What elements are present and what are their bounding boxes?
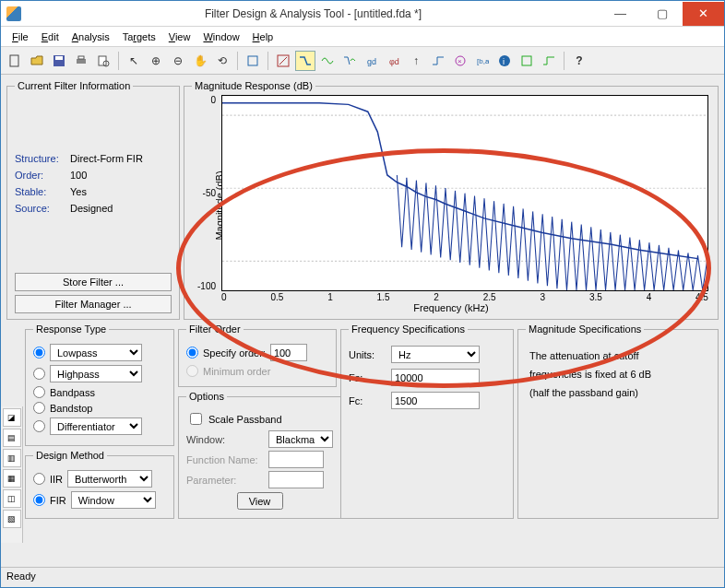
view-button[interactable]: View — [237, 492, 283, 510]
menu-targets[interactable]: Targets — [117, 29, 161, 44]
side-icon-3[interactable]: ▥ — [3, 449, 21, 467]
phase-delay-icon[interactable]: φd — [384, 51, 404, 71]
group-delay-icon[interactable]: gd — [362, 51, 382, 71]
plot-yticks: 0 -50 -100 — [197, 95, 216, 291]
order-label: Order: — [15, 170, 70, 181]
window-title: Filter Design & Analysis Tool - [untitle… — [27, 7, 600, 20]
side-icon-2[interactable]: ▤ — [3, 429, 21, 447]
scale-passband-checkbox[interactable] — [190, 413, 202, 425]
options-panel: Options Scale Passband Window:Blackman F… — [178, 391, 341, 519]
highpass-radio[interactable] — [33, 368, 45, 380]
menubar: File Edit Analysis Targets View Window H… — [1, 27, 724, 47]
svg-rect-0 — [10, 55, 18, 66]
filter-order-panel: Filter Order Specify order: Minimum orde… — [178, 323, 337, 387]
minimize-button[interactable]: — — [600, 2, 641, 26]
side-icon-5[interactable]: ◫ — [3, 489, 21, 508]
svg-rect-17 — [522, 56, 531, 65]
print-preview-icon[interactable] — [93, 51, 113, 71]
titlebar: Filter Design & Analysis Tool - [untitle… — [1, 1, 724, 27]
svg-point-15 — [499, 55, 510, 66]
magnitude-icon[interactable] — [295, 51, 315, 71]
menu-edit[interactable]: Edit — [36, 29, 65, 44]
differentiator-select[interactable]: Differentiator — [50, 417, 142, 435]
menu-file[interactable]: File — [6, 29, 34, 44]
pan-icon[interactable]: ✋ — [190, 51, 210, 71]
current-filter-info-panel: Current Filter Information Structure:Dir… — [6, 80, 180, 320]
svg-rect-7 — [248, 56, 257, 65]
info-icon[interactable]: i — [494, 51, 515, 71]
close-button[interactable]: ✕ — [683, 2, 724, 26]
side-icon-1[interactable]: ◪ — [3, 408, 21, 427]
source-value: Designed — [70, 203, 113, 214]
specify-order-radio[interactable] — [186, 347, 198, 359]
side-toolbar: ◪ ▤ ▥ ▦ ◫ ▧ — [1, 406, 23, 543]
svg-text:φd: φd — [389, 57, 399, 66]
units-select[interactable]: Hz — [391, 346, 480, 363]
pointer-icon[interactable]: ↖ — [124, 51, 144, 71]
plot-xlabel: Frequency (kHz) — [413, 302, 488, 313]
lowpass-radio[interactable] — [33, 347, 45, 359]
menu-analysis[interactable]: Analysis — [66, 29, 115, 44]
minimum-order-radio — [186, 365, 198, 377]
zoom-full-icon[interactable]: ⟲ — [212, 51, 232, 71]
differentiator-radio[interactable] — [33, 420, 45, 432]
app-icon — [6, 6, 21, 21]
round-icon[interactable] — [539, 51, 559, 71]
coefficients-icon[interactable]: [b,a] — [472, 51, 493, 71]
phase-icon[interactable] — [317, 51, 338, 71]
toolbar: ↖ ⊕ ⊖ ✋ ⟲ gd φd ↑ × [b,a] i ? — [1, 47, 724, 75]
maximize-button[interactable]: ▢ — [641, 2, 683, 26]
side-icon-4[interactable]: ▦ — [3, 469, 21, 488]
zoom-in-icon[interactable]: ⊕ — [146, 51, 166, 71]
specify-order-input[interactable] — [270, 344, 307, 361]
pole-zero-icon[interactable]: × — [450, 51, 470, 71]
side-icon-6[interactable]: ▧ — [3, 510, 21, 528]
bandpass-radio[interactable] — [33, 386, 45, 398]
impulse-icon[interactable]: ↑ — [406, 51, 426, 71]
zoom-out-icon[interactable]: ⊖ — [168, 51, 188, 71]
open-icon[interactable] — [27, 51, 47, 71]
fir-select[interactable]: Window — [71, 491, 156, 509]
magnitude-response-panel: Magnitude Response (dB) Magnitude (dB) 0… — [184, 80, 719, 320]
svg-line-9 — [279, 57, 287, 65]
new-icon[interactable] — [5, 51, 25, 71]
iir-radio[interactable] — [33, 473, 45, 485]
window-select[interactable]: Blackman — [268, 430, 333, 448]
iir-select[interactable]: Butterworth — [67, 470, 152, 488]
magphase-icon[interactable] — [339, 51, 360, 71]
svg-rect-2 — [55, 56, 63, 60]
fir-radio[interactable] — [33, 494, 45, 506]
filter-manager-button[interactable]: Filter Manager ... — [15, 295, 172, 313]
highpass-select[interactable]: Highpass — [50, 365, 142, 382]
step-icon[interactable] — [428, 51, 448, 71]
save-icon[interactable] — [49, 51, 69, 71]
svg-text:×: × — [458, 57, 462, 65]
magnitude-spec-panel: Magnitude Specifications The attenuation… — [517, 323, 719, 519]
menu-window[interactable]: Window — [197, 29, 244, 44]
plot-xticks: 0 0.5 1 1.5 2 2.5 3 3.5 4 4.5 — [221, 292, 708, 302]
print-icon[interactable] — [71, 51, 91, 71]
function-name-input — [268, 451, 324, 468]
filter-info-legend: Current Filter Information — [15, 80, 133, 91]
response-type-panel: Response Type Lowpass Highpass Bandpass … — [25, 323, 174, 446]
undo-icon[interactable] — [243, 51, 263, 71]
svg-text:[b,a]: [b,a] — [477, 57, 489, 65]
parameter-input — [268, 471, 324, 488]
structure-value: Direct-Form FIR — [70, 153, 143, 164]
menu-help[interactable]: Help — [247, 29, 279, 44]
stable-value: Yes — [70, 186, 87, 197]
structure-label: Structure: — [15, 153, 70, 164]
lowpass-select[interactable]: Lowpass — [50, 344, 142, 361]
menu-view[interactable]: View — [163, 29, 196, 44]
filter-specs-icon[interactable] — [273, 51, 293, 71]
bandstop-radio[interactable] — [33, 402, 45, 414]
status-bar: Ready — [1, 567, 724, 587]
fc-input[interactable] — [391, 392, 480, 409]
magnitude-spec-icon[interactable] — [517, 51, 537, 71]
frequency-spec-panel: Frequency Specifications Units:Hz Fs: Fc… — [340, 323, 514, 519]
store-filter-button[interactable]: Store Filter ... — [15, 273, 172, 291]
source-label: Source: — [15, 203, 70, 214]
help-icon[interactable]: ? — [569, 51, 589, 71]
fs-input[interactable] — [391, 369, 480, 386]
svg-rect-4 — [78, 56, 84, 59]
